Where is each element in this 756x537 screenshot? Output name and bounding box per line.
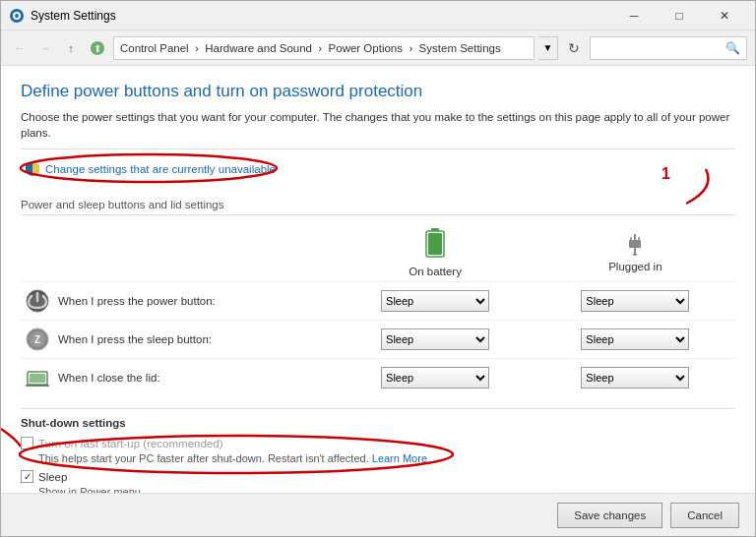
svg-rect-23 — [26, 385, 49, 387]
title-bar: System Settings ─ □ ✕ — [1, 1, 755, 30]
table-row: When I press the power button: Sleep Do … — [21, 282, 735, 321]
sleep-row: Sleep — [21, 470, 735, 483]
sleep-button-icon: Z — [25, 327, 50, 352]
shutdown-title: Shut-down settings — [21, 417, 735, 429]
section-label: Power and sleep buttons and lid settings — [21, 199, 735, 215]
sleep-button-label: When I press the sleep button: — [58, 333, 212, 345]
power-button-label: When I press the power button: — [58, 295, 216, 307]
search-bar[interactable]: 🔍 — [590, 36, 747, 60]
power-battery-select[interactable]: Sleep Do nothing Hibernate Shut down — [381, 290, 489, 312]
change-settings-text: Change settings that are currently unava… — [45, 163, 276, 175]
maximize-button[interactable]: □ — [657, 1, 702, 30]
nav-bar: ← → ↑ ⬆ Control Panel › Hardware and Sou… — [1, 30, 755, 66]
lid-icon — [25, 365, 50, 390]
uac-shield-icon — [25, 161, 40, 177]
lid-label: When I close the lid: — [58, 372, 160, 384]
window-controls: ─ □ ✕ — [611, 1, 747, 30]
back-button[interactable]: ← — [9, 37, 31, 59]
window-title: System Settings — [31, 9, 611, 23]
address-dropdown[interactable]: ▼ — [538, 36, 558, 60]
address-bar[interactable]: Control Panel › Hardware and Sound › Pow… — [113, 36, 535, 60]
svg-text:⬆: ⬆ — [94, 43, 101, 54]
change-settings-link[interactable]: Change settings that are currently unava… — [21, 159, 280, 179]
main-content: Define power buttons and turn on passwor… — [1, 66, 755, 493]
power-button-icon — [25, 288, 50, 314]
fast-startup-label: Turn on fast start-up (recommended) — [38, 438, 222, 449]
minimize-button[interactable]: ─ — [611, 1, 657, 30]
power-plugged-select[interactable]: Sleep Do nothing Hibernate Shut down — [581, 290, 689, 312]
page-title: Define power buttons and turn on passwor… — [21, 82, 735, 101]
power-buttons-table: On battery — [21, 223, 735, 396]
table-row: Z When I press the sleep button: Sleep D… — [21, 321, 735, 359]
svg-rect-11 — [629, 240, 641, 248]
close-button[interactable]: ✕ — [702, 1, 747, 30]
fast-startup-container: Turn on fast start-up (recommended) This… — [21, 437, 735, 470]
forward-button[interactable]: → — [34, 37, 56, 59]
svg-point-2 — [15, 14, 19, 18]
fast-startup-sublabel: This helps start your PC faster after sh… — [38, 452, 735, 464]
fast-startup-row: Turn on fast start-up (recommended) — [21, 437, 735, 449]
battery-icon — [424, 227, 446, 263]
refresh-button[interactable]: ↻ — [562, 36, 586, 60]
sleep-battery-select[interactable]: Sleep Do nothing Hibernate Shut down — [381, 328, 489, 350]
page-description: Choose the power settings that you want … — [21, 109, 735, 149]
cancel-button[interactable]: Cancel — [670, 503, 739, 528]
shutdown-section: Shut-down settings 2 Turn on fast start-… — [21, 408, 735, 493]
breadcrumb: Control Panel › Hardware and Sound › Pow… — [120, 42, 501, 54]
table-row: When I close the lid: Sleep Do nothing H… — [21, 359, 735, 397]
sleep-plugged-select[interactable]: Sleep Do nothing Hibernate Shut down — [581, 328, 689, 350]
plugged-icon — [622, 232, 648, 258]
learn-more-link[interactable]: Learn More — [372, 452, 427, 464]
svg-rect-22 — [30, 374, 45, 383]
location-icon: ⬆ — [90, 40, 105, 56]
up-button[interactable]: ↑ — [60, 37, 82, 59]
save-changes-button[interactable]: Save changes — [557, 503, 662, 528]
sleep-checkbox[interactable] — [21, 470, 33, 483]
fast-startup-checkbox[interactable] — [21, 437, 33, 449]
sleep-label: Sleep — [38, 471, 67, 483]
system-settings-window: System Settings ─ □ ✕ ← → ↑ ⬆ Control Pa… — [0, 0, 756, 537]
lid-battery-select[interactable]: Sleep Do nothing Hibernate Shut down — [381, 367, 489, 388]
lid-plugged-select[interactable]: Sleep Do nothing Hibernate Shut down — [581, 367, 689, 388]
search-icon: 🔍 — [725, 41, 740, 55]
bottom-bar: Save changes Cancel — [1, 493, 755, 536]
window-icon — [9, 8, 25, 24]
plugged-column-label: Plugged in — [608, 261, 662, 272]
change-settings-container: Change settings that are currently unava… — [21, 159, 280, 189]
svg-rect-9 — [428, 233, 442, 255]
svg-text:1: 1 — [662, 165, 670, 182]
sleep-sublabel: Show in Power menu. — [38, 486, 735, 493]
svg-text:Z: Z — [34, 334, 40, 345]
battery-column-label: On battery — [409, 266, 462, 277]
